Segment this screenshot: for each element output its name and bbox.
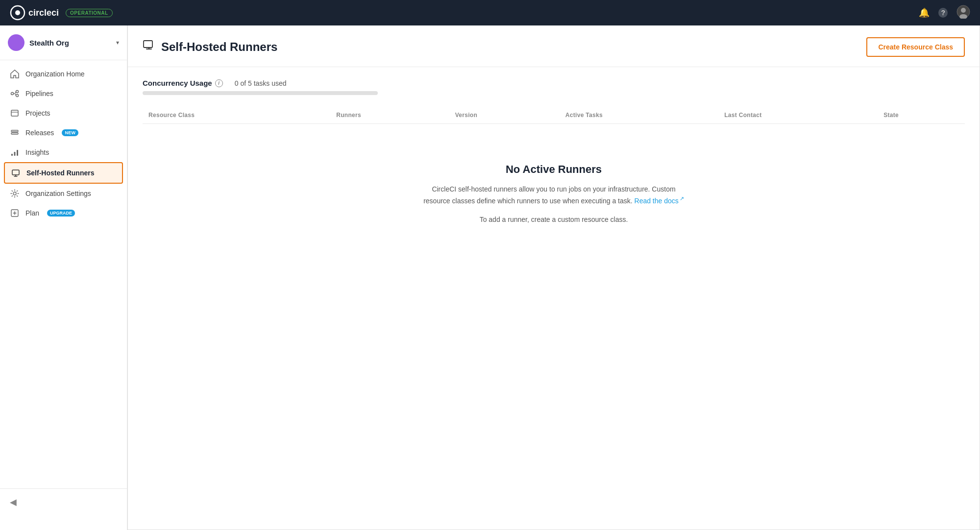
sidebar-item-org-settings[interactable]: Organization Settings (0, 184, 127, 203)
sidebar-item-plan-label: Plan (25, 209, 39, 217)
sidebar-item-runners-label: Self-Hosted Runners (26, 169, 94, 177)
empty-state-cta: To add a runner, create a custom resourc… (421, 214, 686, 225)
logo-text: circleci (28, 8, 59, 18)
page-title: Self-Hosted Runners (161, 40, 277, 54)
sidebar-item-insights[interactable]: Insights (0, 143, 127, 162)
sidebar-item-releases[interactable]: Releases NEW (0, 123, 127, 143)
releases-new-badge: NEW (62, 129, 78, 136)
chevron-down-icon: ▾ (116, 39, 119, 46)
org-avatar (8, 34, 24, 51)
plan-upgrade-badge: UPGRADE (47, 210, 75, 217)
main-layout: Stealth Org ▾ Organization Home Pipeline… (0, 25, 980, 530)
read-docs-link[interactable]: Read the docs↗ (635, 197, 684, 205)
empty-state-description: CircleCI self-hosted runners allow you t… (421, 184, 686, 206)
concurrency-header: Concurrency Usage i 0 of 5 tasks used (143, 79, 965, 87)
user-avatar-icon[interactable] (956, 5, 970, 21)
content-body: Concurrency Usage i 0 of 5 tasks used Re… (128, 67, 980, 257)
plan-icon (10, 208, 20, 218)
sidebar-item-pipelines-label: Pipelines (25, 90, 53, 97)
sidebar-item-insights-label: Insights (25, 148, 49, 156)
empty-state-title: No Active Runners (157, 163, 950, 176)
sidebar: Stealth Org ▾ Organization Home Pipeline… (0, 25, 127, 530)
svg-rect-13 (17, 150, 18, 156)
collapse-icon[interactable]: ◀ (8, 495, 19, 509)
col-version: Version (449, 107, 560, 124)
page-icon (143, 39, 155, 55)
col-resource-class: Resource Class (143, 107, 330, 124)
svg-rect-9 (11, 130, 18, 132)
concurrency-info-icon[interactable]: i (215, 79, 223, 87)
org-selector[interactable]: Stealth Org ▾ (0, 25, 127, 60)
svg-rect-8 (11, 110, 18, 116)
col-state: State (878, 107, 965, 124)
concurrency-usage-text: 0 of 5 tasks used (235, 79, 287, 87)
create-resource-class-button[interactable]: Create Resource Class (866, 37, 965, 57)
org-name: Stealth Org (29, 39, 111, 47)
runners-table: Resource Class Runners Version Active Ta… (143, 107, 965, 124)
sidebar-collapse: ◀ (0, 488, 127, 515)
bell-icon[interactable]: 🔔 (919, 7, 930, 18)
help-icon[interactable]: ? (938, 8, 948, 18)
runner-icon (11, 168, 21, 178)
col-runners: Runners (330, 107, 449, 124)
col-last-contact: Last Contact (718, 107, 878, 124)
sidebar-item-org-home-label: Organization Home (25, 70, 85, 78)
content-header: Self-Hosted Runners Create Resource Clas… (128, 25, 980, 67)
insights-icon (10, 147, 20, 157)
top-navigation: circleci OPERATIONAL 🔔 ? (0, 0, 980, 25)
sidebar-item-org-settings-label: Organization Settings (25, 190, 91, 197)
page-title-area: Self-Hosted Runners (143, 39, 277, 55)
svg-rect-14 (12, 170, 19, 175)
concurrency-progress-bar (143, 91, 378, 95)
svg-point-7 (16, 95, 19, 97)
main-content: Self-Hosted Runners Create Resource Clas… (127, 25, 980, 530)
settings-icon (10, 189, 20, 198)
topnav-left: circleci OPERATIONAL (10, 5, 113, 21)
sidebar-item-releases-label: Releases (25, 129, 54, 137)
external-link-icon: ↗ (680, 195, 684, 201)
pipeline-icon (10, 89, 20, 98)
release-icon (10, 128, 20, 138)
operational-badge: OPERATIONAL (66, 9, 113, 17)
col-active-tasks: Active Tasks (560, 107, 718, 124)
svg-point-6 (16, 91, 19, 93)
svg-point-1 (15, 10, 20, 15)
svg-rect-17 (144, 41, 152, 48)
home-icon (10, 69, 20, 79)
svg-point-15 (13, 192, 16, 195)
empty-state: No Active Runners CircleCI self-hosted r… (143, 124, 965, 245)
concurrency-title: Concurrency Usage i (143, 79, 223, 87)
sidebar-nav: Organization Home Pipelines Projects Rel… (0, 60, 127, 488)
circleci-logo[interactable]: circleci (10, 5, 59, 21)
table-header: Resource Class Runners Version Active Ta… (143, 107, 965, 124)
topnav-right: 🔔 ? (919, 5, 970, 21)
sidebar-item-self-hosted-runners[interactable]: Self-Hosted Runners (4, 162, 123, 184)
svg-point-5 (11, 93, 14, 95)
runners-table-container: Resource Class Runners Version Active Ta… (143, 107, 965, 124)
sidebar-item-plan[interactable]: Plan UPGRADE (0, 203, 127, 223)
concurrency-section: Concurrency Usage i 0 of 5 tasks used (143, 79, 965, 95)
svg-rect-11 (11, 154, 13, 156)
svg-rect-10 (11, 133, 18, 134)
sidebar-item-projects-label: Projects (25, 109, 50, 117)
svg-rect-12 (14, 152, 16, 156)
project-icon (10, 108, 20, 118)
svg-point-3 (961, 8, 966, 13)
sidebar-item-projects[interactable]: Projects (0, 103, 127, 123)
sidebar-item-pipelines[interactable]: Pipelines (0, 84, 127, 103)
sidebar-item-org-home[interactable]: Organization Home (0, 64, 127, 84)
